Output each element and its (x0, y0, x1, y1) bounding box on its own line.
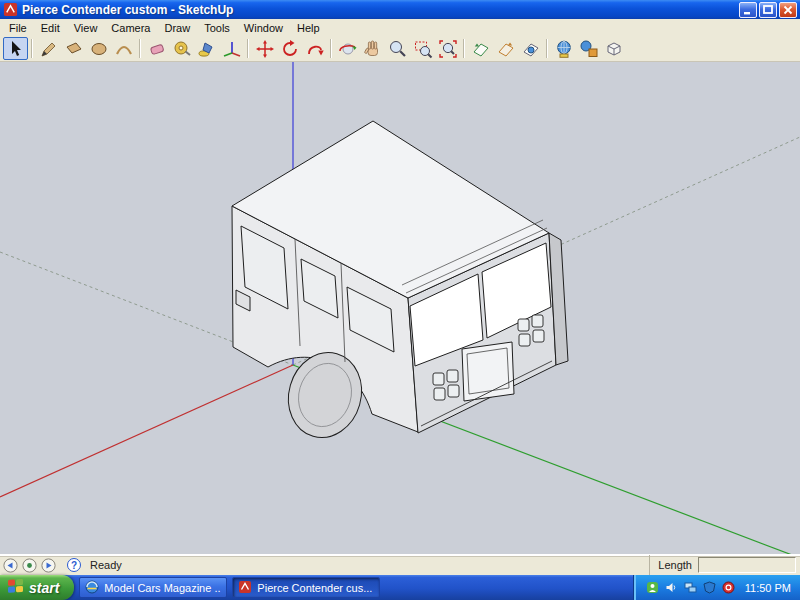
context-help-icon[interactable]: ? (67, 558, 81, 572)
measurements-box: Length (649, 555, 798, 575)
sketchup-task-icon (238, 580, 252, 596)
menu-window[interactable]: Window (237, 21, 290, 35)
section-plane-tool-icon[interactable] (468, 37, 493, 60)
zoom-tool-icon[interactable] (385, 37, 410, 60)
title-bar: Pierce Contender custom - SketchUp (0, 0, 800, 19)
get-models-tool-icon[interactable] (576, 37, 601, 60)
volume-icon[interactable] (664, 580, 679, 595)
menu-draw[interactable]: Draw (157, 21, 197, 35)
paint-bucket-tool-icon[interactable] (194, 37, 219, 60)
taskbar-clock: 11:50 PM (745, 582, 791, 594)
menu-camera[interactable]: Camera (104, 21, 157, 35)
place-model-tool-icon[interactable] (601, 37, 626, 60)
start-label: start (29, 580, 59, 596)
toolbar (0, 36, 800, 62)
tape-measure-tool-icon[interactable] (169, 37, 194, 60)
windows-flag-icon (7, 578, 24, 597)
shield-icon[interactable] (702, 580, 717, 595)
window-title: Pierce Contender custom - SketchUp (22, 3, 735, 17)
task-label: Model Cars Magazine ... (104, 582, 221, 594)
desktop-screen: Pierce Contender custom - SketchUp File … (0, 0, 800, 600)
select-tool-icon[interactable] (3, 37, 28, 60)
pan-tool-icon[interactable] (360, 37, 385, 60)
circle-tool-icon[interactable] (86, 37, 111, 60)
status-icon-1[interactable] (2, 557, 18, 573)
follow-me-tool-icon[interactable] (302, 37, 327, 60)
fire-truck-model[interactable] (232, 121, 568, 446)
sketchup-app-icon (3, 2, 18, 17)
toolbar-separator (463, 39, 465, 58)
arc-tool-icon[interactable] (111, 37, 136, 60)
section-display-tool-icon[interactable] (493, 37, 518, 60)
status-icon-3[interactable] (40, 557, 56, 573)
menu-edit[interactable]: Edit (34, 21, 67, 35)
get-current-view-tool-icon[interactable] (551, 37, 576, 60)
eraser-tool-icon[interactable] (144, 37, 169, 60)
menu-tools[interactable]: Tools (197, 21, 237, 35)
red-axis (0, 365, 293, 497)
messenger-icon[interactable] (645, 580, 660, 595)
measurements-label: Length (658, 559, 692, 571)
internet-explorer-icon (85, 580, 99, 596)
taskbar: start Model Cars Magazine ... Pierce Con… (0, 575, 800, 600)
toolbar-separator (546, 39, 548, 58)
menu-view[interactable]: View (67, 21, 105, 35)
rotate-tool-icon[interactable] (277, 37, 302, 60)
measurements-input[interactable] (698, 557, 796, 573)
maximize-button[interactable] (759, 2, 777, 18)
menu-help[interactable]: Help (290, 21, 327, 35)
zoom-window-tool-icon[interactable] (410, 37, 435, 60)
status-message: Ready (90, 559, 122, 571)
toolbar-separator (139, 39, 141, 58)
line-tool-icon[interactable] (36, 37, 61, 60)
viewport-3d[interactable] (0, 62, 800, 554)
axes-tool-icon[interactable] (219, 37, 244, 60)
toolbar-separator (31, 39, 33, 58)
taskbar-task-sketchup[interactable]: Pierce Contender cus... (232, 577, 380, 598)
toolbar-separator (330, 39, 332, 58)
menu-bar: File Edit View Camera Draw Tools Window … (0, 19, 800, 36)
status-bar: ? Ready Length (0, 554, 800, 575)
rectangle-tool-icon[interactable] (61, 37, 86, 60)
zoom-extents-tool-icon[interactable] (435, 37, 460, 60)
quicktime-icon[interactable] (721, 580, 736, 595)
network-icon[interactable] (683, 580, 698, 595)
minimize-button[interactable] (739, 2, 757, 18)
task-label: Pierce Contender cus... (257, 582, 372, 594)
close-button[interactable] (779, 2, 797, 18)
orbit-tool-icon[interactable] (335, 37, 360, 60)
move-tool-icon[interactable] (252, 37, 277, 60)
section-cut-tool-icon[interactable] (518, 37, 543, 60)
taskbar-task-model-cars[interactable]: Model Cars Magazine ... (79, 577, 227, 598)
toolbar-separator (247, 39, 249, 58)
start-button[interactable]: start (0, 575, 74, 600)
system-tray: 11:50 PM (633, 575, 800, 600)
status-icon-2[interactable] (21, 557, 37, 573)
menu-file[interactable]: File (2, 21, 34, 35)
